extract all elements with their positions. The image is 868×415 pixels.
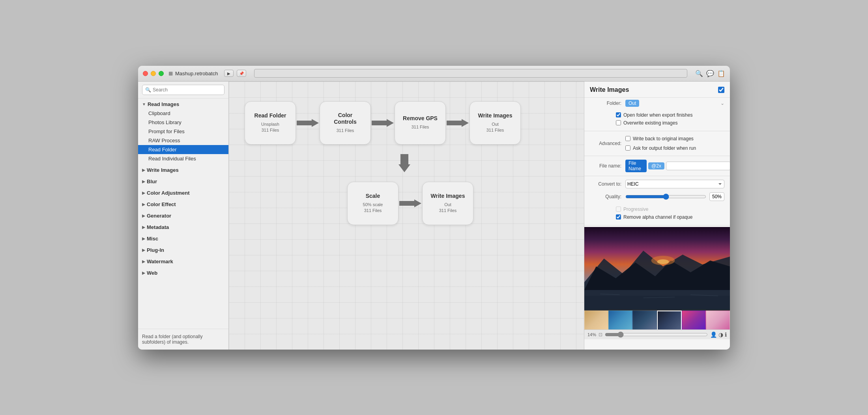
- remove-alpha-checkbox[interactable]: [616, 214, 621, 220]
- search-input[interactable]: [142, 85, 224, 95]
- overwrite-label: Overwrite existing images: [623, 120, 677, 126]
- progressive-checkbox[interactable]: [616, 207, 621, 212]
- contrast-icon[interactable]: ◑: [718, 331, 723, 338]
- node-write-images-1-title: Write Images: [478, 112, 513, 119]
- write-back-checkbox[interactable]: [625, 136, 630, 141]
- canvas-area[interactable]: Read Folder Unsplash 311 Files ColorCont…: [229, 82, 584, 350]
- preview-area: 14% ⊡ 👤 ◑ ℹ: [584, 227, 730, 339]
- sidebar-item-clipboard[interactable]: Clipboard: [138, 109, 228, 118]
- open-folder-label: Open folder when export finishes: [623, 112, 692, 118]
- overwrite-checkbox[interactable]: [616, 120, 621, 125]
- sidebar-section-header-color-effect[interactable]: ▶ Color Effect: [138, 200, 228, 209]
- quality-slider[interactable]: [625, 194, 706, 200]
- folder-select[interactable]: Out ⌄: [625, 100, 724, 107]
- info-icon[interactable]: ℹ: [725, 331, 727, 338]
- sidebar-item-prompt-for-files[interactable]: Prompt for Files: [138, 127, 228, 136]
- connector-scale-write: [398, 199, 422, 208]
- preview-icon-buttons: 👤 ◑ ℹ: [710, 331, 727, 338]
- pin-button[interactable]: 📌: [237, 70, 246, 77]
- triangle-icon: ▶: [142, 179, 145, 184]
- mountain-svg: [584, 227, 730, 310]
- sidebar-section-header-metadata[interactable]: ▶ Metadata: [138, 223, 228, 232]
- sidebar-item-photos-library[interactable]: Photos Library: [138, 118, 228, 127]
- connector-3-4: [446, 118, 470, 128]
- convert-select[interactable]: HEIC: [625, 180, 724, 188]
- sidebar-item-read-individual-files[interactable]: Read Individual Files: [138, 154, 228, 163]
- person-icon[interactable]: 👤: [710, 331, 717, 338]
- sidebar-section-plug-in: ▶ Plug-In: [138, 244, 228, 256]
- panel-enabled-checkbox[interactable]: [718, 87, 724, 93]
- connector-down: [398, 153, 521, 173]
- open-folder-row: Open folder when export finishes: [616, 111, 724, 119]
- minimize-button[interactable]: [151, 71, 156, 76]
- main-window: ▦ Mashup.retrobatch ▶ 📌 🔍 💬 📋 🔍: [138, 66, 730, 350]
- thumbnail-1[interactable]: [584, 311, 608, 329]
- write-back-row: Write back to original images: [625, 135, 696, 143]
- thumbnail-3[interactable]: [632, 311, 657, 329]
- triangle-icon: ▶: [142, 236, 145, 241]
- sidebar-section-header-generator[interactable]: ▶ Generator: [138, 211, 228, 220]
- node-color-controls[interactable]: ColorControls 311 Files: [320, 101, 371, 145]
- filename-tag-2[interactable]: @2x: [648, 162, 664, 169]
- search-icon: 🔍: [145, 87, 151, 93]
- workflow-container: Read Folder Unsplash 311 Files ColorCont…: [245, 101, 521, 225]
- quality-value: 50%: [709, 192, 724, 201]
- divider-4: [584, 225, 730, 225]
- node-write-images-2[interactable]: Write Images Out 311 Files: [422, 182, 473, 225]
- thumbnail-6[interactable]: [706, 311, 730, 329]
- sidebar-section-header-write-images[interactable]: ▶ Write Images: [138, 166, 228, 175]
- zoom-slider[interactable]: [605, 331, 708, 338]
- sidebar-section-header-misc[interactable]: ▶ Misc: [138, 234, 228, 243]
- titlebar-controls: ▶ 📌: [224, 70, 246, 77]
- remove-alpha-row: Remove alpha channel if opaque: [616, 213, 724, 221]
- triangle-icon: ▼: [142, 102, 146, 106]
- connector-2-3: [371, 118, 395, 128]
- clipboard-icon[interactable]: 📋: [717, 70, 725, 77]
- sidebar-section-header-watermark[interactable]: ▶ Watermark: [138, 257, 228, 266]
- filename-tag-1[interactable]: File Name: [625, 160, 647, 172]
- thumbnail-2[interactable]: [608, 311, 632, 329]
- titlebar: ▦ Mashup.retrobatch ▶ 📌 🔍 💬 📋: [138, 66, 730, 82]
- sidebar-section-header-read-images[interactable]: ▼ Read Images: [138, 100, 228, 109]
- sidebar-section-header-blur[interactable]: ▶ Blur: [138, 177, 228, 186]
- folder-label: Folder:: [590, 100, 621, 106]
- thumbnail-4[interactable]: [657, 311, 682, 329]
- triangle-icon: ▶: [142, 214, 145, 218]
- progressive-label: Progressive: [623, 207, 648, 212]
- section-label-read-images: Read Images: [148, 101, 179, 107]
- close-button[interactable]: [143, 71, 148, 76]
- ask-output-checkbox[interactable]: [625, 145, 630, 151]
- sidebar-item-read-folder[interactable]: Read Folder: [138, 145, 228, 154]
- sidebar-section-header-web[interactable]: ▶ Web: [138, 268, 228, 277]
- zoom-level: 14%: [587, 332, 596, 337]
- node-remove-gps[interactable]: Remove GPS 311 Files: [395, 101, 446, 145]
- node-write-images-1[interactable]: Write Images Out 311 Files: [470, 101, 521, 145]
- ask-output-label: Ask for output folder when run: [633, 145, 696, 151]
- search-circle-icon[interactable]: 🔍: [695, 70, 703, 77]
- open-folder-checkbox[interactable]: [616, 112, 621, 117]
- sidebar-section-read-images: ▼ Read Images Clipboard Photos Library P…: [138, 99, 228, 164]
- quality-label: Quality:: [590, 194, 621, 199]
- node-scale-title: Scale: [366, 193, 380, 199]
- sidebar-section-header-plug-in[interactable]: ▶ Plug-In: [138, 246, 228, 255]
- sidebar-item-raw-process[interactable]: RAW Process: [138, 136, 228, 145]
- sidebar-section-header-color-adjustment[interactable]: ▶ Color Adjustment: [138, 188, 228, 197]
- node-scale[interactable]: Scale 50% scale 311 Files: [347, 182, 398, 225]
- divider-1: [584, 131, 730, 131]
- play-button[interactable]: ▶: [224, 70, 234, 77]
- svg-marker-3: [398, 154, 410, 172]
- ask-output-row: Ask for output folder when run: [625, 144, 696, 152]
- message-icon[interactable]: 💬: [706, 70, 714, 77]
- panel-checkbox-section: Open folder when export finishes Overwri…: [584, 109, 730, 129]
- fit-view-icon[interactable]: ⊡: [599, 332, 602, 337]
- divider-3: [584, 176, 730, 176]
- thumbnail-5[interactable]: [682, 311, 706, 329]
- filename-input[interactable]: [666, 162, 730, 170]
- node-write-images-2-sub: Out 311 Files: [439, 202, 457, 214]
- node-read-folder[interactable]: Read Folder Unsplash 311 Files: [245, 101, 296, 145]
- maximize-button[interactable]: [159, 71, 164, 76]
- sidebar-section-generator: ▶ Generator: [138, 210, 228, 221]
- preview-thumbnails: [584, 310, 730, 329]
- svg-marker-2: [447, 119, 469, 127]
- preview-main-image: [584, 227, 730, 310]
